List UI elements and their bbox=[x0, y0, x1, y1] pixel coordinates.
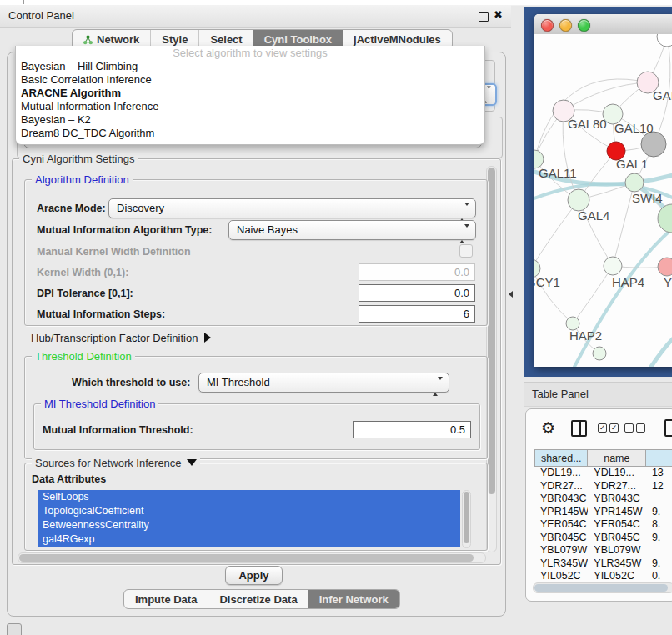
node-big-right[interactable] bbox=[658, 204, 672, 232]
network-edge[interactable] bbox=[573, 266, 613, 323]
network-edge[interactable] bbox=[534, 200, 579, 268]
mi-steps-field[interactable]: 6 bbox=[359, 305, 475, 322]
network-edge[interactable] bbox=[574, 228, 672, 367]
network-desktop: GALGAL80GAL10GAL1GAL11SWI4GAL4GCY1HAP4YH… bbox=[524, 7, 672, 377]
algorithm-option-basic-correlation-inference[interactable]: Basic Correlation Inference bbox=[16, 73, 484, 87]
table-hscrollbar-thumb[interactable] bbox=[534, 584, 668, 592]
threshold-definition-group: Threshold Definition Which threshold to … bbox=[24, 356, 488, 459]
minimize-traffic-light[interactable] bbox=[559, 19, 572, 32]
checked-box-icon: ✓ bbox=[609, 423, 619, 432]
dpi-tolerance-field[interactable]: 0.0 bbox=[359, 284, 475, 302]
combo-spinner-icon bbox=[459, 203, 469, 222]
node-top-cut[interactable] bbox=[657, 34, 672, 47]
close-panel-icon[interactable]: ✖ bbox=[494, 8, 503, 21]
select-all-icon[interactable]: ✓ ✓ bbox=[598, 423, 619, 432]
kernel-width-field[interactable]: 0.0 bbox=[359, 263, 475, 281]
apply-button[interactable]: Apply bbox=[225, 566, 283, 585]
table-cell: YDR27... bbox=[534, 480, 588, 493]
table-row[interactable]: YLR345WYLR345W9. bbox=[534, 558, 672, 571]
bottom-tab-impute-data[interactable]: Impute Data bbox=[124, 590, 208, 609]
data-attributes-label: Data Attributes bbox=[32, 473, 106, 485]
table-cell: YIL052C bbox=[534, 570, 588, 583]
attribute-item-topologicalcoefficient[interactable]: TopologicalCoefficient bbox=[38, 504, 460, 518]
network-edge[interactable] bbox=[651, 334, 672, 367]
table-cell: YBL079W bbox=[588, 544, 646, 558]
hub-definition-expander[interactable]: Hub/Transcription Factor Definition bbox=[31, 332, 211, 344]
node-label-swi4: SWI4 bbox=[632, 191, 663, 205]
algorithm-dropdown-placeholder: Select algorithm to view settings bbox=[16, 46, 484, 60]
table-cell: YLR345W bbox=[588, 558, 646, 571]
bottom-tab-bar: Impute DataDiscretize DataInfer Network bbox=[123, 589, 400, 609]
unchecked-box-icon bbox=[636, 423, 645, 432]
close-traffic-light[interactable] bbox=[541, 19, 554, 32]
node-swi4[interactable] bbox=[625, 173, 644, 192]
split-columns-icon[interactable] bbox=[571, 420, 587, 437]
table-cell: YIL052C bbox=[588, 570, 646, 583]
table-row[interactable]: YPR145WYPR145W9. bbox=[534, 506, 672, 519]
attribute-item-betweennesscentrality[interactable]: BetweennessCentrality bbox=[38, 518, 460, 532]
unchecked-box-icon bbox=[624, 423, 634, 432]
sources-group-title[interactable]: Sources for Network Inference bbox=[32, 457, 200, 469]
expander-right-icon[interactable] bbox=[204, 332, 211, 342]
node-hap4[interactable] bbox=[604, 257, 622, 275]
table-row[interactable]: YDL19...YDL19...13 bbox=[534, 467, 672, 480]
settings-scrollbar-thumb[interactable] bbox=[488, 168, 495, 494]
manual-kernel-width-checkbox[interactable] bbox=[459, 244, 473, 258]
node-bottom-cut[interactable] bbox=[593, 347, 606, 360]
mi-steps-label: Mutual Information Steps: bbox=[37, 308, 165, 320]
network-graph[interactable]: GALGAL80GAL10GAL1GAL11SWI4GAL4GCY1HAP4YH… bbox=[534, 34, 672, 367]
clipped-tool-icon[interactable] bbox=[664, 419, 672, 437]
settings-hscrollbar-thumb[interactable] bbox=[19, 554, 474, 562]
algorithm-option-dream8-dc-tdc-algorithm[interactable]: Dream8 DC_TDC Algorithm bbox=[16, 127, 484, 140]
algorithm-option-aracne-algorithm[interactable]: ARACNE Algorithm bbox=[16, 87, 484, 100]
table-row[interactable]: YDR27...YDR27...12 bbox=[534, 480, 672, 493]
settings-hscrollbar[interactable] bbox=[18, 552, 486, 563]
column-header-2[interactable] bbox=[646, 449, 672, 467]
attributes-scrollbar-thumb[interactable] bbox=[464, 492, 469, 543]
table-cell: YDR27... bbox=[588, 480, 646, 493]
node-label-gal80: GAL80 bbox=[568, 117, 607, 131]
mi-algorithm-type-combo[interactable]: Naive Bayes bbox=[228, 220, 476, 240]
table-row[interactable]: YIL052CYIL052C0. bbox=[534, 570, 672, 583]
node-label-gal10: GAL10 bbox=[614, 121, 654, 135]
network-canvas[interactable]: GALGAL80GAL10GAL1GAL11SWI4GAL4GCY1HAP4YH… bbox=[534, 34, 672, 367]
attribute-item-selfloops[interactable]: SelfLoops bbox=[38, 490, 460, 504]
algorithm-option-bayesian-k2[interactable]: Bayesian – K2 bbox=[16, 113, 484, 127]
table-row[interactable]: YBR043CYBR043C bbox=[534, 492, 672, 506]
table-cell: YDL19... bbox=[534, 467, 588, 480]
panel-divider-collapse-icon[interactable] bbox=[509, 291, 513, 298]
network-icon bbox=[83, 35, 93, 45]
node-gray[interactable] bbox=[641, 132, 666, 157]
table-row[interactable]: YBR045CYBR045C9. bbox=[534, 532, 672, 545]
algorithm-option-mutual-information-inference[interactable]: Mutual Information Inference bbox=[16, 100, 484, 113]
column-header-name[interactable]: name bbox=[588, 449, 646, 467]
select-none-icon[interactable] bbox=[624, 423, 645, 432]
table-row[interactable]: YBL079WYBL079W bbox=[534, 544, 672, 558]
zoom-traffic-light[interactable] bbox=[578, 19, 590, 32]
table-cell: YBR043C bbox=[588, 492, 646, 506]
network-window[interactable]: GALGAL80GAL10GAL1GAL11SWI4GAL4GCY1HAP4YH… bbox=[534, 14, 672, 367]
node-label-gal11: GAL11 bbox=[539, 166, 577, 180]
table-cell: YDL19... bbox=[588, 467, 646, 480]
network-window-titlebar[interactable] bbox=[534, 14, 672, 35]
node-salmon[interactable] bbox=[658, 258, 672, 276]
algorithm-option-bayesian-hill-climbing[interactable]: Bayesian – Hill Climbing bbox=[16, 60, 484, 73]
mi-threshold-field[interactable]: 0.5 bbox=[353, 421, 471, 438]
column-header-shared-[interactable]: shared... bbox=[534, 449, 588, 467]
bottom-tab-discretize-data[interactable]: Discretize Data bbox=[208, 590, 308, 609]
table-row[interactable]: YER054CYER054C8. bbox=[534, 518, 672, 532]
table-cell: YBR045C bbox=[534, 532, 588, 545]
node-label-hap4: HAP4 bbox=[612, 275, 644, 289]
which-threshold-combo[interactable]: MI Threshold bbox=[198, 372, 449, 392]
bottom-tab-infer-network[interactable]: Infer Network bbox=[308, 590, 399, 609]
table-cell: 9. bbox=[646, 558, 672, 571]
expander-down-icon[interactable] bbox=[187, 459, 197, 466]
aracne-mode-combo[interactable]: Discovery bbox=[108, 198, 476, 218]
attribute-item-gal4rgexp[interactable]: gal4RGexp bbox=[38, 532, 460, 547]
cyni-algorithm-settings-group: Cyni Algorithm Settings Algorithm Defini… bbox=[12, 158, 501, 565]
table-hscrollbar[interactable] bbox=[533, 582, 672, 593]
float-panel-icon[interactable] bbox=[479, 12, 489, 22]
collapsed-panel-icon[interactable] bbox=[7, 623, 22, 635]
settings-gear-icon[interactable]: ⚙ bbox=[541, 420, 555, 436]
attributes-scrollbar[interactable] bbox=[462, 490, 471, 548]
